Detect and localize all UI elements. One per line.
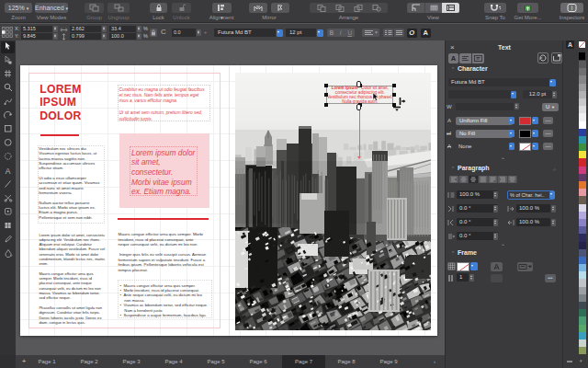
- svg-text:i: i: [571, 5, 572, 11]
